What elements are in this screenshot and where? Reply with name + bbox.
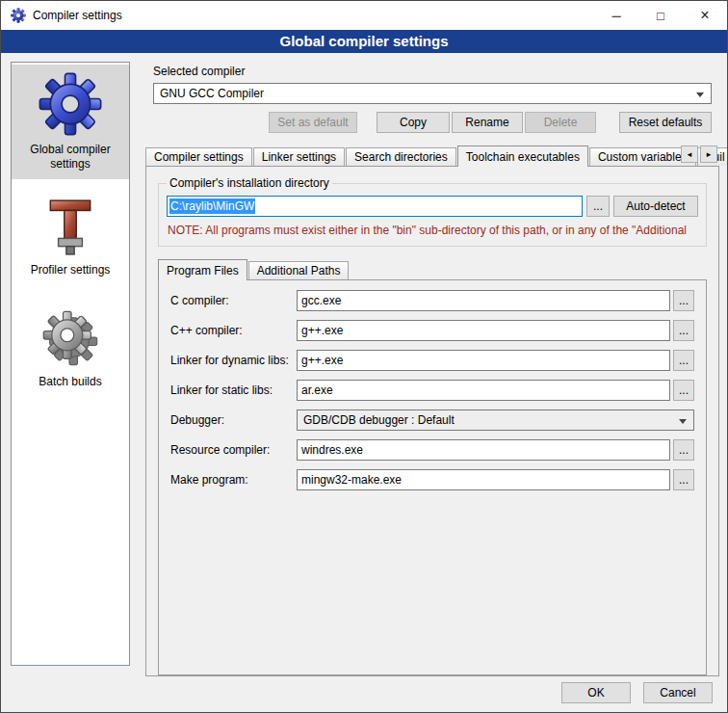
tab-scroll-buttons: ◂ ▸ bbox=[681, 145, 717, 163]
selected-compiler-label: Selected compiler bbox=[153, 65, 712, 78]
selected-compiler-value: GNU GCC Compiler bbox=[160, 87, 264, 100]
compiler-actions: Set as default Copy Rename Delete Reset … bbox=[269, 112, 712, 133]
tab-search-directories[interactable]: Search directories bbox=[346, 147, 456, 166]
copy-button[interactable]: Copy bbox=[377, 112, 450, 133]
scroll-right-icon[interactable]: ▸ bbox=[700, 145, 717, 163]
c-compiler-browse-button[interactable]: ... bbox=[673, 290, 694, 311]
tab-custom-variables[interactable]: Custom variables bbox=[589, 147, 696, 166]
resource-compiler-input[interactable] bbox=[297, 439, 670, 461]
installation-directory-title: Compiler's installation directory bbox=[167, 176, 332, 190]
scroll-left-icon[interactable]: ◂ bbox=[681, 145, 698, 163]
static-linker-label: Linker for static libs: bbox=[170, 383, 297, 397]
rename-button[interactable]: Rename bbox=[452, 112, 523, 133]
window-title: Compiler settings bbox=[33, 9, 122, 22]
window-controls: ─ □ × bbox=[594, 1, 727, 30]
sidebar-item-label: Global compiler settings bbox=[13, 143, 127, 172]
cpp-compiler-label: C++ compiler: bbox=[170, 324, 297, 337]
static-linker-row: Linker for static libs: ... bbox=[170, 380, 694, 401]
make-program-row: Make program: ... bbox=[170, 469, 694, 490]
make-program-input[interactable] bbox=[297, 469, 670, 490]
c-compiler-input[interactable] bbox=[297, 290, 670, 311]
sidebar-item-profiler-settings[interactable]: Profiler settings bbox=[12, 189, 129, 285]
sidebar-item-global-compiler-settings[interactable]: Global compiler settings bbox=[12, 65, 129, 179]
cpp-compiler-input[interactable] bbox=[297, 320, 670, 341]
compiler-settings-dialog: Compiler settings ─ □ × Global compiler … bbox=[0, 0, 728, 713]
minimize-icon[interactable]: ─ bbox=[594, 1, 638, 30]
installation-directory-row: C:\raylib\MinGW ... Auto-detect bbox=[167, 196, 698, 217]
auto-detect-button[interactable]: Auto-detect bbox=[613, 196, 698, 217]
resource-compiler-label: Resource compiler: bbox=[170, 443, 297, 457]
sidebar-item-label: Batch builds bbox=[13, 375, 127, 389]
static-linker-browse-button[interactable]: ... bbox=[673, 380, 694, 401]
set-as-default-button[interactable]: Set as default bbox=[269, 112, 357, 133]
tab-linker-settings[interactable]: Linker settings bbox=[253, 147, 345, 166]
chevron-down-icon bbox=[679, 419, 687, 424]
program-files-tab-strip: Program Files Additional Paths bbox=[158, 259, 707, 279]
tab-toolchain-executables[interactable]: Toolchain executables bbox=[457, 145, 588, 167]
gray-gears-icon bbox=[13, 308, 127, 368]
bin-subdirectory-note: NOTE: All programs must exist either in … bbox=[168, 224, 697, 237]
dialog-body: Global compiler settings Profiler settin… bbox=[1, 53, 727, 712]
dynamic-linker-browse-button[interactable]: ... bbox=[673, 350, 694, 371]
tab-program-files[interactable]: Program Files bbox=[158, 259, 247, 280]
c-compiler-row: C compiler: ... bbox=[170, 290, 694, 311]
debugger-label: Debugger: bbox=[170, 413, 297, 427]
c-compiler-label: C compiler: bbox=[170, 294, 297, 307]
toolchain-executables-panel: Compiler's installation directory C:\ray… bbox=[145, 166, 719, 676]
titlebar: Compiler settings ─ □ × bbox=[1, 1, 727, 30]
cancel-button[interactable]: Cancel bbox=[643, 682, 713, 703]
tab-additional-paths[interactable]: Additional Paths bbox=[248, 261, 350, 279]
clamp-icon bbox=[13, 197, 127, 256]
cpp-compiler-browse-button[interactable]: ... bbox=[673, 320, 694, 341]
tab-compiler-settings[interactable]: Compiler settings bbox=[145, 147, 252, 166]
install-dir-value: C:\raylib\MinGW bbox=[169, 198, 255, 214]
selected-compiler-dropdown[interactable]: GNU GCC Compiler bbox=[153, 83, 712, 104]
chevron-down-icon bbox=[696, 92, 704, 97]
app-gear-icon bbox=[11, 8, 26, 23]
make-program-browse-button[interactable]: ... bbox=[673, 469, 694, 490]
debugger-dropdown[interactable]: GDB/CDB debugger : Default bbox=[297, 409, 694, 431]
resource-compiler-browse-button[interactable]: ... bbox=[673, 439, 694, 461]
make-program-label: Make program: bbox=[170, 473, 297, 487]
sidebar: Global compiler settings Profiler settin… bbox=[11, 62, 130, 666]
sidebar-item-label: Profiler settings bbox=[13, 263, 127, 277]
settings-tab-strip: Compiler settings Linker settings Search… bbox=[145, 145, 719, 166]
close-icon[interactable]: × bbox=[683, 1, 727, 30]
installation-directory-group: Compiler's installation directory C:\ray… bbox=[158, 176, 707, 247]
dialog-footer: OK Cancel bbox=[561, 682, 713, 703]
dynamic-linker-input[interactable] bbox=[297, 350, 670, 371]
maximize-icon[interactable]: □ bbox=[638, 1, 683, 30]
dynamic-linker-label: Linker for dynamic libs: bbox=[170, 354, 297, 367]
static-linker-input[interactable] bbox=[297, 380, 670, 401]
dynamic-linker-row: Linker for dynamic libs: ... bbox=[170, 350, 694, 371]
resource-compiler-row: Resource compiler: ... bbox=[170, 439, 694, 461]
install-dir-browse-button[interactable]: ... bbox=[586, 196, 610, 217]
cpp-compiler-row: C++ compiler: ... bbox=[170, 320, 694, 341]
ok-button[interactable]: OK bbox=[561, 682, 631, 703]
install-dir-input[interactable]: C:\raylib\MinGW bbox=[167, 196, 583, 217]
debugger-row: Debugger: GDB/CDB debugger : Default bbox=[170, 409, 694, 431]
debugger-value: GDB/CDB debugger : Default bbox=[303, 413, 455, 427]
dialog-header: Global compiler settings bbox=[1, 30, 727, 53]
blue-gear-icon bbox=[13, 72, 127, 136]
sidebar-item-batch-builds[interactable]: Batch builds bbox=[12, 301, 129, 397]
main-content: Selected compiler GNU GCC Compiler Set a… bbox=[145, 53, 719, 676]
reset-defaults-button[interactable]: Reset defaults bbox=[619, 112, 712, 133]
delete-button[interactable]: Delete bbox=[525, 112, 596, 133]
program-files-panel: C compiler: ... C++ compiler: ... Linker… bbox=[158, 279, 707, 675]
